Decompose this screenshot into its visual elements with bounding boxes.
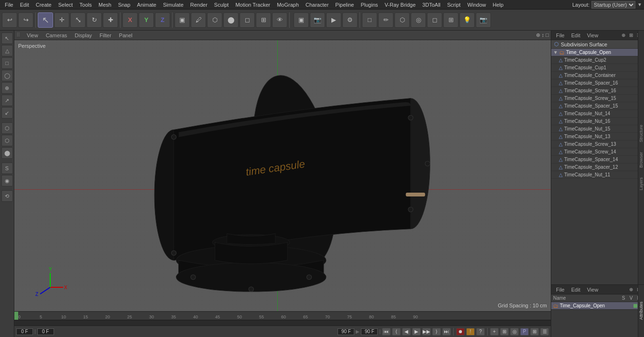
left-tool-13[interactable]: ⟲: [1, 190, 13, 202]
left-tool-7[interactable]: ↙: [1, 107, 13, 119]
tree-item-spacer16[interactable]: △ TimeCapsule_Spacer_16: [551, 79, 644, 87]
tc-p-btn[interactable]: P: [520, 328, 529, 336]
menu-help[interactable]: Help: [490, 1, 507, 9]
menu-edit[interactable]: Edit: [17, 1, 32, 9]
vp-icon-3[interactable]: □: [546, 32, 549, 38]
rp-view-tab[interactable]: View: [584, 32, 601, 39]
menu-sculpt[interactable]: Sculpt: [211, 1, 232, 9]
left-tool-11[interactable]: S: [1, 163, 13, 174]
fps-left-input[interactable]: [338, 328, 354, 335]
obj-panel-btn[interactable]: □: [362, 12, 377, 28]
pointer-tool[interactable]: ↖: [38, 12, 53, 28]
tree-item-spacer15[interactable]: △ TimeCapsule_Spacer_15: [551, 102, 644, 110]
left-tool-pointer[interactable]: ↖: [1, 33, 13, 44]
go-end-btn[interactable]: ⏭: [442, 328, 451, 336]
tree-root-item[interactable]: ▼ 🗂 Time_Capsule_Open: [551, 49, 644, 56]
grid-tool[interactable]: ⊞: [256, 12, 271, 28]
tree-item-nut15[interactable]: △ TimeCapsule_Nut_15: [551, 125, 644, 133]
vp-tab-panel[interactable]: Panel: [116, 32, 135, 39]
menu-create[interactable]: Create: [33, 1, 55, 9]
render-region-btn[interactable]: ▣: [294, 12, 309, 28]
menu-animate[interactable]: Animate: [134, 1, 159, 9]
redo-button[interactable]: ↪: [18, 12, 33, 28]
tc-grid2-btn[interactable]: ⊞: [530, 328, 539, 336]
next-key-btn[interactable]: ⟩: [432, 328, 441, 336]
left-tool-4[interactable]: ◯: [1, 70, 13, 81]
frame-start-input[interactable]: [16, 328, 33, 335]
structure-tab-label[interactable]: Structure: [639, 125, 644, 142]
poly-tool[interactable]: ⬡: [207, 12, 222, 28]
rp-b-file-tab[interactable]: File: [553, 286, 568, 294]
menu-plugins[interactable]: Plugins: [358, 1, 381, 9]
menu-window[interactable]: Window: [464, 1, 489, 9]
rp-b-view-tab[interactable]: View: [584, 286, 601, 294]
layout-dropdown[interactable]: Startup (User): [591, 1, 635, 9]
tree-item-nut14[interactable]: △ TimeCapsule_Nut_14: [551, 110, 644, 118]
tc-grid-btn[interactable]: ⊞: [500, 328, 509, 336]
left-tool-10[interactable]: ⬤: [1, 147, 13, 159]
tree-item-nut16[interactable]: △ TimeCapsule_Nut_16: [551, 118, 644, 125]
vp-tab-filter[interactable]: Filter: [97, 32, 114, 39]
menu-tools[interactable]: Tools: [76, 1, 95, 9]
menu-snap[interactable]: Snap: [115, 1, 133, 9]
tree-item-spacer12[interactable]: △ TimeCapsule_Spacer_12: [551, 163, 644, 171]
light-btn[interactable]: 💡: [459, 12, 475, 28]
menu-character[interactable]: Character: [303, 1, 331, 9]
draw-btn[interactable]: ✏: [378, 12, 393, 28]
timeline-bar[interactable]: [14, 320, 551, 326]
paint-tool[interactable]: 🖊: [191, 12, 206, 28]
tree-item-cup2[interactable]: △ TimeCapsule_Cup2: [551, 56, 644, 64]
tree-item-screw15[interactable]: △ TimeCapsule_Screw_15: [551, 95, 644, 102]
attributes-tab-label[interactable]: Attributes: [639, 302, 644, 320]
vp-tab-cameras[interactable]: Cameras: [43, 32, 70, 39]
left-tool-9[interactable]: ⬡: [1, 135, 13, 146]
menu-select[interactable]: Select: [55, 1, 76, 9]
vp-icon-2[interactable]: ↕: [542, 32, 545, 38]
menu-pipeline[interactable]: Pipeline: [332, 1, 357, 9]
left-tool-2[interactable]: △: [1, 45, 13, 56]
mograph-btn[interactable]: ⊞: [443, 12, 458, 28]
left-tool-6[interactable]: ↗: [1, 95, 13, 106]
tree-item-cup1[interactable]: △ TimeCapsule_Cup1: [551, 64, 644, 72]
left-tool-8[interactable]: ⬡: [1, 122, 13, 134]
y-axis-btn[interactable]: Y: [139, 12, 154, 28]
menu-vray-bridge[interactable]: V-Ray Bridge: [382, 1, 419, 9]
tree-item-spacer14[interactable]: △ TimeCapsule_Spacer_14: [551, 156, 644, 163]
menu-file[interactable]: File: [2, 1, 16, 9]
play-fwd-btn[interactable]: ▶▶: [422, 328, 431, 336]
rp-icon-1[interactable]: ⊕: [620, 32, 627, 39]
rp-b-selected-row[interactable]: 🗂 Time_Capsule_Open: [551, 302, 644, 310]
tree-item-screw14[interactable]: △ TimeCapsule_Screw_14: [551, 148, 644, 156]
left-tool-3[interactable]: □: [1, 57, 13, 69]
render-btn[interactable]: ▶: [326, 12, 341, 28]
menu-mesh[interactable]: Mesh: [96, 1, 114, 9]
tree-scroll[interactable]: △ TimeCapsule_Cup2 △ TimeCapsule_Cup1 △ …: [551, 56, 644, 284]
tc-exclaim-btn[interactable]: !: [466, 328, 475, 336]
fps-right-input[interactable]: [361, 328, 378, 335]
x-axis-btn[interactable]: X: [122, 12, 138, 28]
tc-list-btn[interactable]: ☰: [540, 328, 549, 336]
rp-b-vis-btn[interactable]: [633, 304, 637, 308]
render-to-pic-btn[interactable]: 📷: [310, 12, 325, 28]
tree-item-screw13[interactable]: △ TimeCapsule_Screw_13: [551, 141, 644, 148]
record-btn[interactable]: ⏺: [456, 328, 465, 336]
box-tool[interactable]: ▣: [175, 12, 190, 28]
rp-b-edit-tab[interactable]: Edit: [568, 286, 583, 294]
transform-tool[interactable]: ✚: [103, 12, 118, 28]
vp-tab-view[interactable]: View: [24, 32, 41, 39]
tree-item-nut13[interactable]: △ TimeCapsule_Nut_13: [551, 133, 644, 141]
prev-key-btn[interactable]: ⟨: [392, 328, 401, 336]
left-tool-12[interactable]: ◉: [1, 175, 13, 186]
camera2-btn[interactable]: 📷: [476, 12, 491, 28]
frame-current-input[interactable]: [37, 328, 54, 335]
tree-item-container[interactable]: △ TimeCapsule_Container: [551, 72, 644, 79]
deform-btn[interactable]: ◎: [411, 12, 426, 28]
z-axis-btn[interactable]: Z: [155, 12, 170, 28]
undo-button[interactable]: ↩: [2, 12, 17, 28]
left-tool-5[interactable]: ⊕: [1, 82, 13, 94]
rotate-tool[interactable]: ↻: [87, 12, 102, 28]
render-settings-btn[interactable]: ⚙: [342, 12, 358, 28]
move-tool[interactable]: ✛: [54, 12, 69, 28]
menu-mograph[interactable]: MoGraph: [274, 1, 302, 9]
browser-tab-label[interactable]: Browser: [639, 152, 644, 168]
